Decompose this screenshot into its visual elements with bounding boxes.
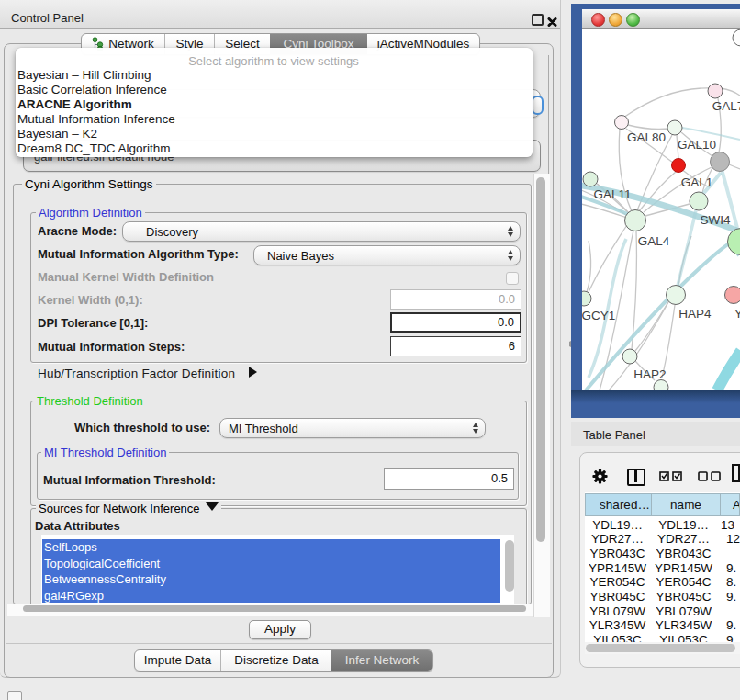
svg-text:GAL7: GAL7 xyxy=(712,99,740,113)
svg-text:GAL4: GAL4 xyxy=(638,234,670,248)
svg-text:HAP2: HAP2 xyxy=(633,367,666,381)
svg-text:GCY1: GCY1 xyxy=(582,309,615,322)
svg-text:YK: YK xyxy=(734,307,740,321)
svg-text:HAP4: HAP4 xyxy=(678,307,712,321)
svg-text:SWI4: SWI4 xyxy=(700,213,730,227)
svg-text:GAL80: GAL80 xyxy=(627,130,666,144)
svg-text:GAL1: GAL1 xyxy=(681,175,713,189)
svg-text:GAL10: GAL10 xyxy=(678,138,716,152)
svg-text:GAL11: GAL11 xyxy=(593,187,631,201)
